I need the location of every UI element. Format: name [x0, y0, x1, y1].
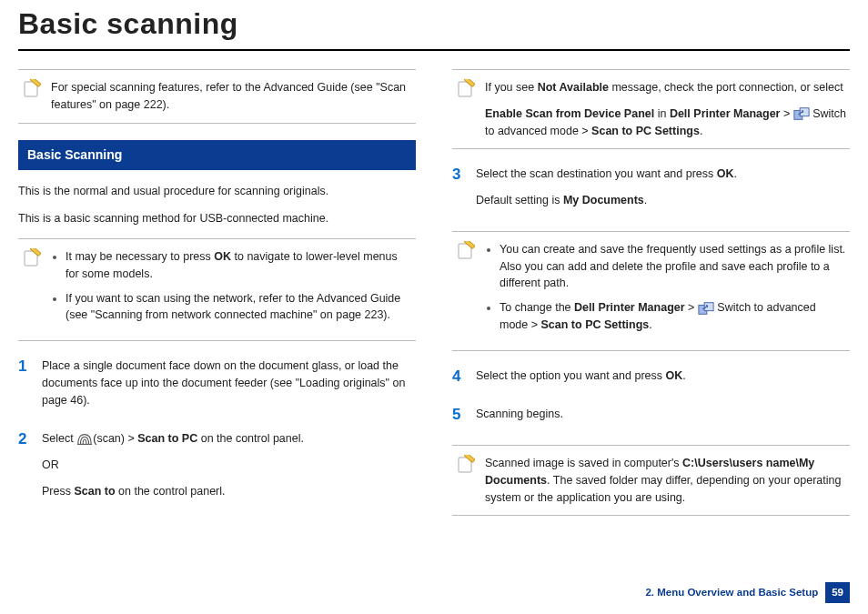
- page-title-bar: Basic scanning: [18, 0, 850, 51]
- note-icon: [22, 248, 42, 268]
- step-number: 3: [452, 166, 476, 184]
- intro-paragraph-1: This is the normal and usual procedure f…: [18, 183, 416, 200]
- page-footer: 2. Menu Overview and Basic Setup 59: [645, 582, 850, 603]
- note-list-item: To change the Dell Printer Manager > Swi…: [500, 299, 846, 334]
- note-icon: [456, 455, 476, 475]
- note-profile: You can create and save the frequently u…: [452, 231, 850, 351]
- note-usage: It may be necessary to press OK to navig…: [18, 238, 416, 341]
- note-text: For special scanning features, refer to …: [51, 81, 406, 111]
- note-not-available: If you see Not Available message, check …: [452, 69, 850, 149]
- note-icon: [456, 79, 476, 99]
- right-column: If you see Not Available message, check …: [452, 69, 850, 532]
- switch-mode-icon: [698, 301, 714, 316]
- step-number: 1: [18, 357, 42, 376]
- step-number: 5: [452, 406, 476, 424]
- scan-icon: [76, 432, 93, 447]
- step-body: Select the scan destination you want and…: [476, 166, 850, 218]
- note-list-item: If you want to scan using the network, r…: [66, 290, 412, 325]
- step-3: 3 Select the scan destination you want a…: [452, 166, 850, 218]
- step-body: Select (scan) > Scan to PC on the contro…: [42, 430, 416, 508]
- section-header-basic-scanning: Basic Scanning: [18, 140, 416, 170]
- step-5: 5 Scanning begins.: [452, 406, 850, 432]
- step-body: Place a single document face down on the…: [42, 357, 416, 418]
- note-special-features: For special scanning features, refer to …: [18, 69, 416, 124]
- step-body: Select the option you want and press OK.: [476, 367, 850, 394]
- switch-mode-icon: [793, 106, 810, 121]
- note-icon: [456, 241, 476, 261]
- note-list-item: It may be necessary to press OK to navig…: [66, 248, 412, 283]
- note-saved-location: Scanned image is saved in computer's C:\…: [452, 445, 850, 516]
- note-list-item: You can create and save the frequently u…: [500, 241, 846, 292]
- footer-page-number: 59: [825, 582, 850, 603]
- step-4: 4 Select the option you want and press O…: [452, 367, 850, 394]
- step-2: 2 Select (scan) > Scan to PC on the cont…: [18, 430, 416, 508]
- page-title: Basic scanning: [18, 2, 850, 45]
- step-number: 2: [18, 430, 42, 448]
- step-body: Scanning begins.: [476, 406, 850, 432]
- step-number: 4: [452, 367, 476, 386]
- step-1: 1 Place a single document face down on t…: [18, 357, 416, 418]
- intro-paragraph-2: This is a basic scanning method for USB-…: [18, 210, 416, 227]
- footer-chapter: 2. Menu Overview and Basic Setup: [645, 585, 818, 600]
- left-column: For special scanning features, refer to …: [18, 69, 416, 532]
- note-icon: [22, 79, 42, 99]
